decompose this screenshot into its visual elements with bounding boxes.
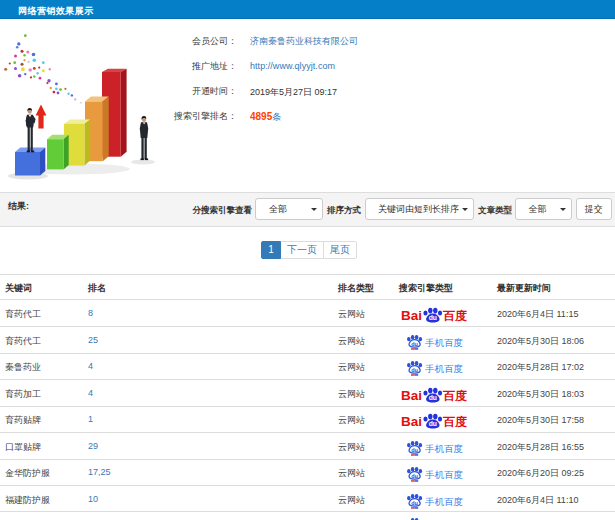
svg-text:du: du: [429, 314, 437, 321]
svg-text:du: du: [411, 499, 418, 505]
svg-text:手机百度: 手机百度: [425, 495, 463, 506]
svg-text:Bai: Bai: [401, 308, 422, 323]
svg-text:手机百度: 手机百度: [425, 337, 463, 348]
svg-text:du: du: [429, 394, 437, 401]
svg-text:手机百度: 手机百度: [425, 469, 463, 480]
svg-text:手机百度: 手机百度: [425, 363, 463, 374]
svg-text:du: du: [411, 341, 418, 347]
svg-text:du: du: [411, 473, 418, 479]
svg-text:百度: 百度: [442, 309, 467, 323]
svg-text:百度: 百度: [442, 415, 467, 429]
svg-text:百度: 百度: [442, 389, 467, 403]
svg-text:du: du: [429, 420, 437, 427]
svg-text:du: du: [411, 367, 418, 373]
svg-text:du: du: [411, 446, 418, 452]
svg-text:Bai: Bai: [401, 414, 422, 429]
svg-text:Bai: Bai: [401, 388, 422, 403]
svg-text:手机百度: 手机百度: [425, 442, 463, 453]
